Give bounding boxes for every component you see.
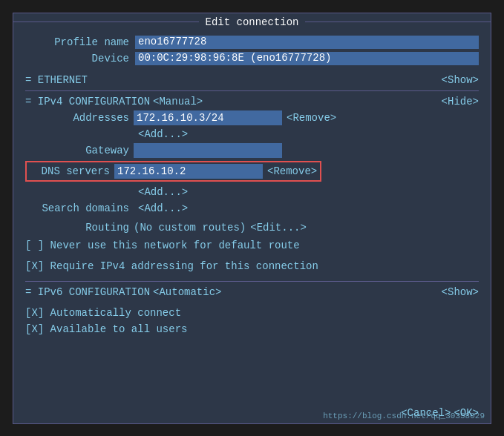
dns-remove-btn[interactable]: <Remove> — [267, 164, 317, 179]
search-domains-row: Search domains <Add...> — [40, 201, 479, 216]
dns-add-btn[interactable]: <Add...> — [138, 185, 188, 199]
never-use-text[interactable]: [ ] Never use this network for default r… — [25, 238, 300, 253]
all-users-row: [X] Available to all users — [25, 322, 479, 337]
addresses-value[interactable]: 172.16.10.3/24 — [134, 110, 282, 125]
require-ipv4-text[interactable]: [X] Require IPv4 addressing for this con… — [25, 259, 318, 274]
dns-add-row: <Add...> — [40, 185, 479, 199]
ipv6-show-btn[interactable]: <Show> — [442, 285, 479, 300]
addresses-label: Addresses — [40, 110, 129, 125]
require-ipv4-row: [X] Require IPv4 addressing for this con… — [25, 259, 479, 274]
watermark: https://blog.csdn.net/qq_30358029 — [323, 412, 485, 420]
device-row: Device 00:0C:29:98:96:8E (eno16777728) — [25, 52, 479, 65]
routing-label: Routing — [40, 220, 129, 235]
profile-value[interactable]: eno16777728 — [135, 36, 479, 49]
routing-value: (No custom routes) — [134, 220, 246, 235]
addresses-row: Addresses 172.16.10.3/24 <Remove> — [40, 110, 479, 125]
outer-frame: Edit connection Profile name eno16777728… — [0, 0, 504, 436]
ipv6-config-row: = IPv6 CONFIGURATION <Automatic> <Show> — [25, 285, 479, 300]
auto-connect-text[interactable]: [X] Automatically connect — [25, 305, 181, 320]
dns-row: DNS servers 172.16.10.2 <Remove> — [25, 161, 479, 182]
dns-highlight-box: DNS servers 172.16.10.2 <Remove> — [25, 161, 321, 182]
ethernet-label: = ETHERNET — [25, 73, 88, 87]
gateway-value[interactable] — [134, 143, 282, 158]
addresses-remove-btn[interactable]: <Remove> — [287, 110, 336, 125]
ipv6-mode[interactable]: <Automatic> — [153, 285, 221, 300]
separator1 — [25, 90, 479, 91]
routing-row: Routing (No custom routes) <Edit...> — [40, 220, 479, 235]
ipv4-mode[interactable]: <Manual> — [153, 94, 203, 109]
never-use-row: [ ] Never use this network for default r… — [25, 238, 479, 253]
dns-label: DNS servers — [30, 164, 110, 179]
titlebar-line-left — [13, 22, 199, 22]
ethernet-show-btn[interactable]: <Show> — [442, 73, 479, 87]
device-value[interactable]: 00:0C:29:98:96:8E (eno16777728) — [135, 52, 479, 65]
ipv4-config-row: = IPv4 CONFIGURATION <Manual> <Hide> — [25, 94, 479, 109]
dialog: Edit connection Profile name eno16777728… — [13, 13, 491, 424]
dialog-title: Edit connection — [199, 16, 304, 28]
device-spacer — [129, 53, 135, 65]
gateway-row: Gateway — [40, 143, 479, 158]
all-users-text[interactable]: [X] Available to all users — [25, 322, 187, 337]
ethernet-row: = ETHERNET <Show> — [25, 73, 479, 87]
profile-spacer — [129, 36, 135, 48]
titlebar-line-right — [305, 22, 491, 22]
addresses-add-row: <Add...> — [40, 127, 479, 142]
auto-connect-row: [X] Automatically connect — [25, 305, 479, 320]
dns-value[interactable]: 172.16.10.2 — [114, 164, 263, 179]
separator2 — [25, 281, 479, 282]
ipv4-hide-btn[interactable]: <Hide> — [442, 94, 479, 109]
ipv6-label: = IPv6 CONFIGURATION — [25, 285, 150, 300]
device-label: Device — [25, 53, 129, 65]
profile-label: Profile name — [25, 36, 129, 48]
routing-edit-btn[interactable]: <Edit...> — [250, 220, 307, 235]
search-domains-label: Search domains — [40, 201, 129, 216]
gateway-label: Gateway — [40, 143, 129, 158]
ipv4-label: = IPv4 CONFIGURATION — [25, 94, 150, 109]
titlebar: Edit connection — [13, 13, 491, 31]
search-domains-add-btn[interactable]: <Add...> — [138, 201, 188, 216]
profile-name-row: Profile name eno16777728 — [25, 36, 479, 49]
content-area: Profile name eno16777728 Device 00:0C:29… — [13, 31, 491, 403]
addresses-add-btn[interactable]: <Add...> — [138, 127, 188, 142]
